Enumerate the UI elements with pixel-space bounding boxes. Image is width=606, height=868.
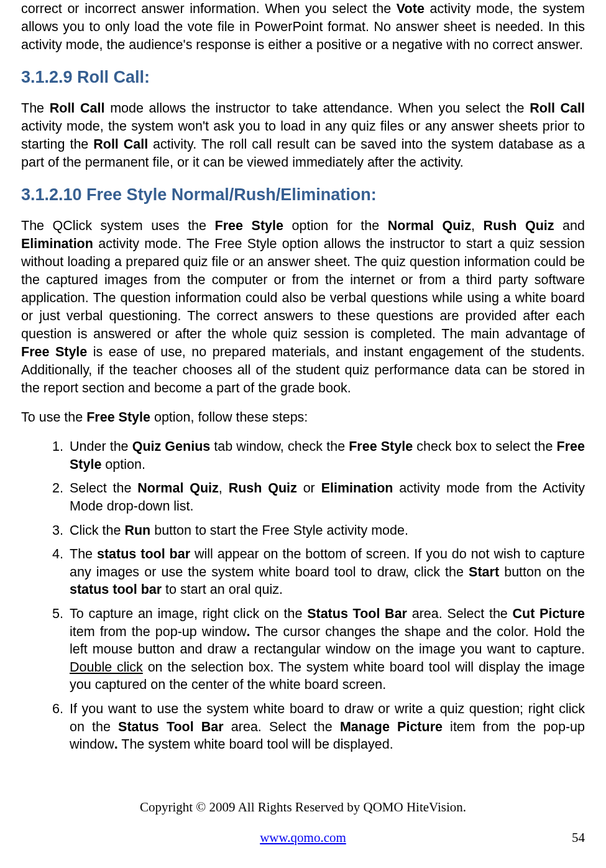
- intro-paragraph: correct or incorrect answer information.…: [21, 0, 585, 54]
- step-item: The status tool bar will appear on the b…: [67, 545, 585, 599]
- document-page: correct or incorrect answer information.…: [0, 0, 606, 868]
- page-footer: Copyright © 2009 All Rights Reserved by …: [21, 800, 585, 846]
- freestyle-body: The QClick system uses the Free Style op…: [21, 217, 585, 397]
- step-item: Click the Run button to start the Free S…: [67, 522, 585, 540]
- step-item: Select the Normal Quiz, Rush Quiz or Eli…: [67, 479, 585, 515]
- heading-free-style: 3.1.2.10 Free Style Normal/Rush/Eliminat…: [21, 185, 585, 205]
- step-item: If you want to use the system white boar…: [67, 700, 585, 754]
- step-item: Under the Quiz Genius tab window, check …: [67, 438, 585, 473]
- heading-roll-call: 3.1.2.9 Roll Call:: [21, 68, 585, 87]
- copyright-text: Copyright © 2009 All Rights Reserved by …: [21, 800, 585, 815]
- page-number: 54: [572, 830, 585, 846]
- step-item: To capture an image, right click on the …: [67, 605, 585, 694]
- freestyle-intro: To use the Free Style option, follow the…: [21, 409, 585, 427]
- rollcall-body: The Roll Call mode allows the instructor…: [21, 99, 585, 172]
- freestyle-steps-list: Under the Quiz Genius tab window, check …: [21, 438, 585, 754]
- footer-url-link[interactable]: www.qomo.com: [260, 830, 346, 845]
